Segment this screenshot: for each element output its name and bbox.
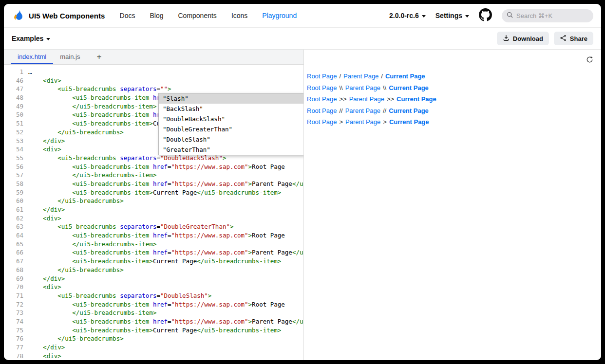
breadcrumb-separator: >> (387, 95, 394, 103)
code-line[interactable]: 1… (4, 68, 303, 76)
brand[interactable]: UI5 Web Components (12, 8, 105, 23)
code-line[interactable]: 47 <ui5-breadcrumbs separators=""> (4, 85, 303, 93)
tab-main-js[interactable]: main.js (53, 50, 87, 64)
code-line[interactable]: 56 <ui5-breadcrumbs-item href="https://w… (4, 163, 303, 171)
code-line[interactable]: 74 <ui5-breadcrumbs-item href="https://w… (4, 317, 303, 326)
code-line[interactable]: 68 </ui5-breadcrumbs> (4, 266, 303, 274)
line-number: 1 (4, 68, 28, 76)
breadcrumb-link[interactable]: Parent Page (343, 73, 378, 80)
code-line[interactable]: 77 </div> (4, 343, 303, 352)
editor-pane: index.htmlmain.js + 1…46 <div>47 <ui5-br… (4, 50, 303, 360)
nav-icons[interactable]: Icons (231, 12, 247, 19)
line-number: 47 (4, 85, 28, 93)
code-line[interactable]: 72 <ui5-breadcrumbs-item href="https://w… (4, 300, 303, 309)
breadcrumb-current[interactable]: Current Page (389, 84, 429, 91)
line-number: 53 (4, 137, 28, 146)
line-code: <ui5-breadcrumbs-item>Current Page</ui5-… (28, 257, 303, 266)
examples-dropdown[interactable]: Examples (12, 35, 50, 42)
breadcrumb-current[interactable]: Current Page (389, 118, 429, 126)
tabs: index.htmlmain.js (11, 50, 87, 64)
line-code: <ui5-breadcrumbs-item href="https://www.… (28, 300, 303, 309)
line-code: <div> (28, 283, 303, 291)
github-icon (479, 8, 492, 23)
code-line[interactable]: 73 </ui5-breadcrumbs-item> (4, 309, 303, 317)
code-line[interactable]: 71 <ui5-breadcrumbs separators="DoubleSl… (4, 291, 303, 300)
breadcrumb-link[interactable]: Parent Page (349, 95, 384, 103)
nav-docs[interactable]: Docs (120, 12, 135, 19)
breadcrumb-separator: / (381, 73, 383, 80)
nav-blog[interactable]: Blog (150, 12, 163, 19)
suggestion-item[interactable]: "DoubleSlash" (159, 134, 303, 145)
code-line[interactable]: 78 <div> (4, 352, 303, 360)
nav-components[interactable]: Components (178, 12, 216, 19)
download-button[interactable]: Download (497, 32, 549, 45)
main-nav: DocsBlogComponentsIconsPlayground (120, 12, 297, 19)
breadcrumb-separator: >> (339, 95, 346, 103)
line-code: <ui5-breadcrumbs-item>Current Page</ui5-… (28, 188, 303, 197)
search-input[interactable]: Search ⌘+K (502, 9, 593, 22)
code-line[interactable]: 46 <div> (4, 76, 303, 85)
settings-dropdown[interactable]: Settings (435, 12, 469, 19)
line-number: 60 (4, 197, 28, 205)
suggestion-item[interactable]: "GreaterThan" (159, 145, 303, 155)
settings-label: Settings (435, 12, 462, 19)
breadcrumb-current[interactable]: Current Page (385, 73, 425, 80)
version-dropdown[interactable]: 2.0.0-rc.6 (389, 12, 426, 19)
top-header: UI5 Web Components DocsBlogComponentsIco… (4, 4, 601, 28)
share-button[interactable]: Share (554, 32, 593, 45)
suggestion-item[interactable]: "DoubleGreaterThan" (159, 124, 303, 134)
download-label: Download (513, 35, 543, 42)
code-line[interactable]: 67 <ui5-breadcrumbs-item>Current Page</u… (4, 257, 303, 266)
breadcrumb-current[interactable]: Current Page (389, 107, 429, 114)
code-editor[interactable]: 1…46 <div>47 <ui5-breadcrumbs separators… (4, 65, 303, 360)
breadcrumb-separator: \\ (339, 84, 342, 91)
suggestion-item[interactable]: "Slash" (159, 93, 303, 104)
breadcrumb-link[interactable]: Root Page (307, 107, 337, 114)
code-line[interactable]: 76 </ui5-breadcrumbs> (4, 334, 303, 343)
breadcrumb-link[interactable]: Parent Page (345, 107, 380, 114)
nav-playground[interactable]: Playground (262, 12, 297, 19)
breadcrumb-separator: // (339, 107, 342, 114)
line-number: 67 (4, 257, 28, 266)
breadcrumb-link[interactable]: Root Page (307, 73, 337, 80)
add-tab-button[interactable]: + (91, 50, 107, 64)
github-link[interactable] (479, 8, 492, 23)
code-line[interactable]: 65 </ui5-breadcrumbs-item> (4, 240, 303, 249)
suggestion-item[interactable]: "DoubleBackSlash" (159, 114, 303, 124)
preview-pane: Root Page/Parent Page/Current PageRoot P… (304, 50, 601, 360)
line-number: 55 (4, 154, 28, 163)
breadcrumb-current[interactable]: Current Page (397, 95, 436, 103)
code-line[interactable]: 62 <div> (4, 214, 303, 223)
code-line[interactable]: 61 </div> (4, 205, 303, 214)
refresh-button[interactable] (585, 55, 594, 66)
code-line[interactable]: 64 <ui5-breadcrumbs-item href="https://w… (4, 231, 303, 240)
code-line[interactable]: 69 </div> (4, 274, 303, 283)
line-code: </div> (28, 274, 303, 283)
app-window: UI5 Web Components DocsBlogComponentsIco… (4, 4, 601, 360)
code-line[interactable]: 60 </ui5-breadcrumbs> (4, 197, 303, 205)
line-code: <div> (28, 352, 303, 360)
breadcrumb-link[interactable]: Root Page (307, 95, 337, 103)
share-icon (560, 35, 567, 43)
brand-title: UI5 Web Components (29, 12, 105, 20)
line-code: </ui5-breadcrumbs> (28, 334, 303, 343)
code-line[interactable]: 75 <ui5-breadcrumbs-item>Current Page</u… (4, 326, 303, 335)
ui5-logo-icon (12, 8, 24, 23)
search-icon (507, 11, 513, 20)
code-line[interactable]: 59 <ui5-breadcrumbs-item>Current Page</u… (4, 188, 303, 197)
suggestion-item[interactable]: "BackSlash" (159, 104, 303, 114)
code-line[interactable]: 57 </ui5-breadcrumbs-item> (4, 171, 303, 180)
code-line[interactable]: 66 <ui5-breadcrumbs-item href="https://w… (4, 248, 303, 257)
breadcrumb-link[interactable]: Parent Page (345, 84, 380, 91)
breadcrumb-link[interactable]: Root Page (307, 118, 337, 126)
code-line[interactable]: 63 <ui5-breadcrumbs separators="DoubleGr… (4, 222, 303, 231)
line-code: <ui5-breadcrumbs-item href="https://www.… (28, 163, 303, 171)
tab-index-html[interactable]: index.html (11, 50, 53, 64)
code-line[interactable]: 58 <ui5-breadcrumbs-item href="https://w… (4, 180, 303, 188)
code-line[interactable]: 70 <div> (4, 283, 303, 291)
breadcrumb-link[interactable]: Root Page (307, 84, 337, 91)
breadcrumb-link[interactable]: Parent Page (345, 118, 380, 126)
line-number: 58 (4, 180, 28, 188)
line-number: 76 (4, 334, 28, 343)
breadcrumb-separator: / (339, 73, 341, 80)
